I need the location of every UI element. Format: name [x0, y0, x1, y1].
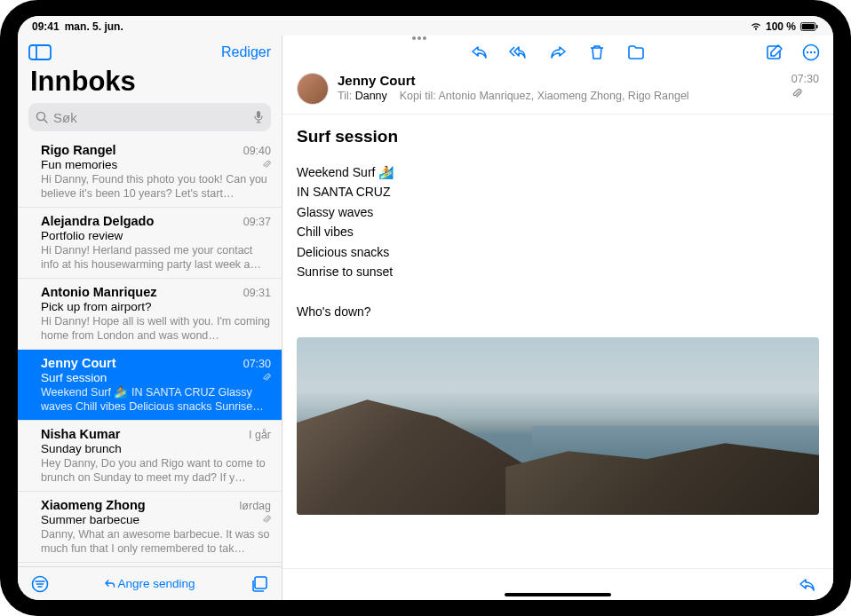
msg-subject: Surf session: [41, 371, 107, 384]
undo-icon: [104, 579, 115, 589]
message-item[interactable]: Nisha KumarI gårSunday brunchHey Danny, …: [18, 421, 282, 492]
message-item[interactable]: Rigo Rangel09:40Fun memoriesHi Danny, Fo…: [18, 137, 282, 208]
svg-rect-7: [257, 111, 260, 118]
svg-point-16: [810, 51, 812, 53]
trash-icon[interactable]: [587, 43, 607, 61]
msg-preview: Hey Danny, Do you and Rigo want to come …: [41, 456, 271, 485]
mail-body[interactable]: Surf session Weekend Surf 🏄IN SANTA CRUZ…: [282, 115, 833, 568]
msg-sender: Jenny Court: [41, 356, 116, 370]
search-icon: [36, 111, 48, 123]
svg-rect-1: [802, 24, 815, 30]
edit-button[interactable]: Rediger: [221, 44, 271, 60]
reply-icon[interactable]: [470, 43, 489, 61]
svg-line-6: [44, 120, 48, 123]
mic-icon[interactable]: [253, 110, 264, 124]
status-time: 09:41: [32, 20, 60, 33]
reply-footer-icon[interactable]: [798, 576, 817, 594]
msg-sender: Xiaomeng Zhong: [41, 498, 146, 512]
compose-icon[interactable]: [766, 43, 785, 61]
msg-time: 07:30: [243, 358, 271, 370]
forward-icon[interactable]: [548, 43, 568, 61]
msg-subject: Sunday brunch: [41, 442, 122, 455]
msg-subject: Portfolio review: [41, 229, 123, 242]
compose-stack-icon[interactable]: [250, 575, 269, 593]
msg-preview: Danny, What an awesome barbecue. It was …: [41, 527, 271, 556]
msg-preview: Hi Danny, Found this photo you took! Can…: [41, 172, 271, 201]
mail-time: 07:30: [791, 73, 819, 85]
msg-time: 09:31: [243, 287, 271, 299]
filter-icon[interactable]: [30, 575, 50, 593]
message-item[interactable]: Alejandra Delgado09:37Portfolio reviewHi…: [18, 208, 282, 279]
message-item[interactable]: Antonio Manriquez09:31Pick up from airpo…: [18, 279, 282, 350]
msg-sender: Alejandra Delgado: [41, 214, 154, 228]
sidebar-toggle-icon[interactable]: [28, 43, 52, 61]
msg-subject: Fun memories: [41, 158, 117, 171]
wifi-icon: [750, 22, 762, 31]
svg-point-15: [807, 51, 808, 53]
sidebar: Rediger Innboks Søk Rigo Rangel09:40Fun …: [18, 36, 282, 600]
msg-time: 09:37: [243, 216, 271, 228]
message-list: Rigo Rangel09:40Fun memoriesHi Danny, Fo…: [18, 137, 282, 566]
undo-send-button[interactable]: Angre sending: [104, 577, 195, 590]
status-date: man. 5. jun.: [65, 20, 123, 33]
msg-time: lørdag: [240, 500, 271, 512]
message-item[interactable]: Jenny Court07:30Surf sessionWeekend Surf…: [18, 350, 282, 421]
page-title: Innboks: [18, 66, 282, 103]
folder-icon[interactable]: [626, 43, 646, 61]
toolbar: [282, 36, 833, 66]
msg-preview: Hi Danny! Hope all is well with you. I'm…: [41, 314, 271, 343]
msg-subject: Summer barbecue: [41, 513, 139, 526]
mail-subject: Surf session: [297, 127, 819, 146]
mail-content: Jenny Court Til: Danny Kopi til: Antonio…: [282, 36, 833, 600]
battery-icon: [799, 22, 819, 31]
avatar[interactable]: [297, 73, 329, 105]
search-input[interactable]: Søk: [28, 103, 271, 131]
attachment-icon: [791, 88, 819, 99]
svg-rect-12: [255, 577, 266, 588]
mail-text: Weekend Surf 🏄IN SANTA CRUZGlassy wavesC…: [297, 162, 819, 321]
multitask-handle[interactable]: [412, 36, 439, 39]
msg-time: I går: [249, 429, 271, 441]
svg-point-17: [814, 51, 815, 53]
message-item[interactable]: Xiaomeng ZhonglørdagSummer barbecueDanny…: [18, 492, 282, 563]
mail-header: Jenny Court Til: Danny Kopi til: Antonio…: [282, 66, 833, 115]
battery-percent: 100 %: [766, 20, 796, 33]
mail-recipients[interactable]: Til: Danny Kopi til: Antonio Manriquez, …: [338, 90, 783, 102]
msg-time: 09:40: [243, 145, 271, 157]
msg-sender: Antonio Manriquez: [41, 285, 157, 299]
msg-sender: Nisha Kumar: [41, 427, 120, 441]
search-placeholder: Søk: [53, 110, 253, 125]
msg-preview: Hi Danny! Herland passed me your contact…: [41, 243, 271, 272]
svg-rect-2: [816, 25, 818, 28]
home-indicator[interactable]: [505, 593, 611, 596]
msg-subject: Pick up from airport?: [41, 300, 152, 313]
mail-attachment-image[interactable]: [297, 337, 819, 515]
svg-rect-3: [29, 45, 51, 59]
msg-preview: Weekend Surf 🏄 IN SANTA CRUZ Glassy wave…: [41, 385, 271, 414]
status-bar: 09:41 man. 5. jun. 100 %: [18, 16, 833, 36]
more-icon[interactable]: [801, 43, 821, 61]
reply-all-icon[interactable]: [509, 43, 529, 61]
mail-from[interactable]: Jenny Court: [338, 73, 783, 88]
msg-sender: Rigo Rangel: [41, 143, 116, 157]
